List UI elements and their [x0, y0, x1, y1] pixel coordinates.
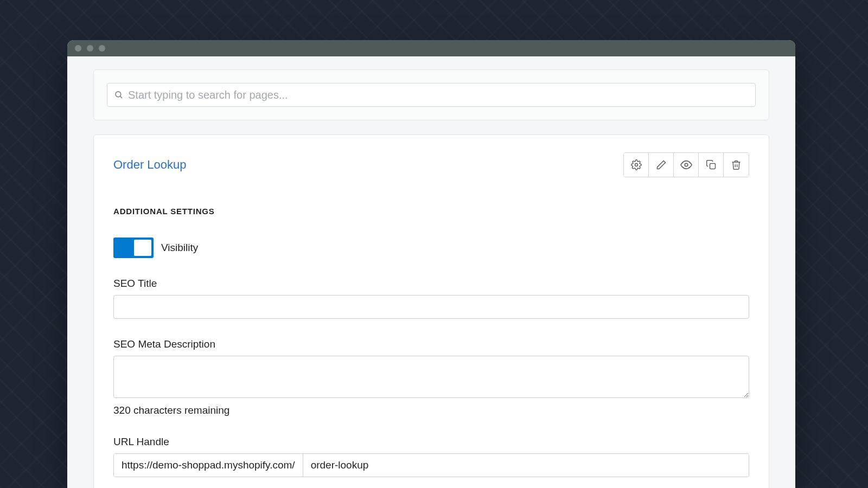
svg-point-0 [116, 92, 121, 97]
page-toolbar [623, 152, 749, 177]
visibility-toggle[interactable] [113, 237, 154, 258]
search-card [93, 69, 769, 120]
url-handle-input[interactable] [303, 454, 749, 477]
seo-meta-textarea[interactable] [113, 356, 749, 398]
eye-icon [680, 159, 692, 171]
edit-button[interactable] [649, 153, 674, 177]
seo-title-input[interactable] [113, 295, 749, 319]
seo-meta-remaining: 320 characters remaining [113, 404, 749, 416]
traffic-close[interactable] [75, 45, 81, 52]
app-window: Order Lookup [67, 40, 795, 488]
page-title-link[interactable]: Order Lookup [113, 158, 187, 172]
gear-icon [631, 159, 642, 170]
trash-icon [731, 159, 742, 170]
search-field-wrap[interactable] [107, 83, 756, 107]
copy-icon [706, 159, 717, 170]
window-titlebar [67, 40, 795, 56]
seo-meta-label: SEO Meta Description [113, 338, 749, 350]
settings-button[interactable] [624, 153, 649, 177]
content-area: Order Lookup [67, 56, 795, 488]
copy-button[interactable] [699, 153, 724, 177]
url-handle-prefix: https://demo-shoppad.myshopify.com/ [114, 454, 303, 477]
search-icon [114, 90, 124, 100]
pencil-icon [656, 159, 667, 170]
visibility-label: Visibility [161, 242, 198, 254]
traffic-zoom[interactable] [99, 45, 105, 52]
page-header: Order Lookup [113, 152, 749, 177]
traffic-minimize[interactable] [87, 45, 93, 52]
search-input[interactable] [128, 89, 749, 101]
svg-point-2 [635, 164, 637, 166]
delete-button[interactable] [724, 153, 749, 177]
page-card: Order Lookup [93, 134, 769, 488]
section-heading: Additional Settings [113, 207, 749, 216]
svg-rect-4 [710, 164, 715, 169]
seo-title-label: SEO Title [113, 278, 749, 290]
url-handle-row: https://demo-shoppad.myshopify.com/ [113, 453, 749, 477]
url-handle-label: URL Handle [113, 436, 749, 448]
svg-point-3 [685, 163, 688, 166]
view-button[interactable] [674, 153, 699, 177]
svg-line-1 [120, 96, 122, 98]
visibility-row: Visibility [113, 237, 749, 258]
